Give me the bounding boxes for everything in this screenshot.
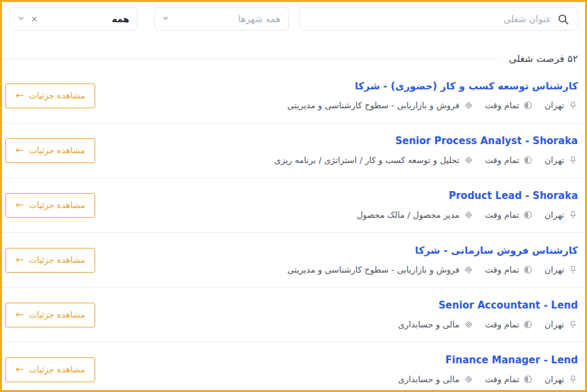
location-pin-icon — [568, 155, 578, 165]
job-location: تهران — [545, 209, 578, 221]
job-location: تهران — [545, 99, 578, 112]
category-diamond-icon — [464, 210, 474, 220]
view-details-label: مشاهده جزئیات — [29, 255, 85, 265]
job-category: مالی و حسابداری — [398, 318, 473, 331]
job-title-link[interactable]: Finance Manager - Lend — [106, 353, 578, 367]
job-location-label: تهران — [545, 209, 564, 221]
filter-bar: عنوان شغلی همه شهرها همه ✕ — [2, 2, 585, 31]
job-location-label: تهران — [545, 318, 564, 331]
category-select-value: همه — [112, 14, 129, 24]
job-location: تهران — [545, 154, 578, 166]
job-category-label: مدیر محصول / مالک محصول — [357, 209, 460, 221]
job-meta: تهران تمام وقت مدیر محصول / مالک محصول — [106, 209, 578, 221]
city-select-placeholder: همه شهرها — [238, 14, 280, 24]
category-diamond-icon — [464, 265, 474, 275]
job-meta: تهران تمام وقت مالی و حسابداری — [106, 373, 578, 385]
chevron-down-icon — [162, 17, 169, 21]
job-employment-type: تمام وقت — [485, 154, 534, 166]
job-title-link[interactable]: کارشناس توسعه کسب و کار (حضوری) - شرکا — [106, 79, 578, 93]
job-location-label: تهران — [545, 99, 564, 112]
job-location-label: تهران — [545, 154, 564, 166]
job-title-search-input[interactable]: عنوان شغلی — [299, 7, 578, 31]
city-select[interactable]: همه شهرها — [154, 7, 289, 31]
results-count: ۵۲ فرصت شغلی — [509, 53, 578, 65]
job-title-link[interactable]: Product Lead - Shoraka — [106, 188, 578, 203]
job-employment-type: تمام وقت — [485, 373, 534, 385]
left-arrow-icon: ← — [16, 145, 24, 155]
job-category: تحلیل و توسعه کسب و کار / استراتژی / برن… — [275, 154, 474, 166]
view-details-button[interactable]: مشاهده جزئیات ← — [5, 193, 95, 218]
category-select[interactable]: همه ✕ — [9, 7, 138, 31]
left-arrow-icon: ← — [16, 200, 24, 210]
job-employment-type: تمام وقت — [485, 318, 534, 331]
job-row: Finance Manager - Lend تهران تمام وقت — [2, 342, 585, 392]
search-placeholder: عنوان شغلی — [307, 14, 551, 24]
clock-icon — [523, 100, 533, 110]
view-details-button[interactable]: مشاهده جزئیات ← — [5, 83, 95, 108]
location-pin-icon — [568, 374, 578, 384]
job-meta: تهران تمام وقت مالی و حسابداری — [106, 318, 578, 331]
view-details-button[interactable]: مشاهده جزئیات ← — [5, 138, 95, 163]
category-diamond-icon — [464, 320, 474, 329]
job-category-label: تحلیل و توسعه کسب و کار / استراتژی / برن… — [275, 154, 460, 166]
clock-icon — [523, 210, 533, 220]
job-list: کارشناس توسعه کسب و کار (حضوری) - شرکا ت… — [2, 68, 585, 392]
location-pin-icon — [568, 210, 578, 220]
job-meta: تهران تمام وقت تحلیل و توسعه کسب و کار /… — [106, 154, 578, 166]
category-diamond-icon — [464, 374, 474, 384]
job-location: تهران — [545, 264, 578, 276]
view-details-label: مشاهده جزئیات — [29, 200, 85, 210]
job-row: Product Lead - Shoraka تهران تمام وقت — [2, 178, 585, 233]
results-header: ۵۲ فرصت شغلی — [2, 53, 585, 65]
job-employment-type: تمام وقت — [485, 209, 534, 221]
view-details-button[interactable]: مشاهده جزئیات ← — [5, 303, 95, 327]
clock-icon — [523, 265, 533, 275]
job-title-link[interactable]: Senior Accountant - Lend — [106, 298, 578, 312]
left-arrow-icon: ← — [16, 365, 24, 374]
job-employment-type: تمام وقت — [485, 264, 534, 276]
category-diamond-icon — [464, 100, 474, 110]
job-row: کارشناس توسعه کسب و کار (حضوری) - شرکا ت… — [2, 68, 585, 123]
left-arrow-icon: ← — [16, 91, 24, 100]
job-employment-type-label: تمام وقت — [485, 318, 520, 331]
header-divider — [2, 59, 500, 59]
job-category-label: مالی و حسابداری — [398, 318, 459, 331]
location-pin-icon — [568, 100, 578, 110]
job-category-label: فروش و بازاریابی - سطوح کارشناسی و مدیری… — [287, 99, 459, 112]
search-icon — [557, 13, 569, 25]
job-category-label: مالی و حسابداری — [398, 373, 459, 385]
job-category: مالی و حسابداری — [398, 373, 473, 385]
location-pin-icon — [568, 265, 578, 275]
job-title-link[interactable]: Senior Process Analyst - Shoraka — [106, 134, 578, 148]
job-row: Senior Accountant - Lend تهران تمام وقت — [2, 288, 585, 342]
job-location: تهران — [545, 318, 578, 331]
view-details-label: مشاهده جزئیات — [29, 365, 85, 374]
job-category: فروش و بازاریابی - سطوح کارشناسی و مدیری… — [287, 264, 473, 276]
job-row: کارشناس فروش سازمانی - شرکا تهران تمام و… — [2, 233, 585, 288]
job-row: Senior Process Analyst - Shoraka تهران ت… — [2, 123, 585, 178]
left-arrow-icon: ← — [16, 310, 24, 320]
job-employment-type-label: تمام وقت — [485, 154, 520, 166]
job-employment-type: تمام وقت — [485, 99, 534, 112]
chevron-down-icon — [18, 17, 24, 21]
view-details-label: مشاهده جزئیات — [29, 145, 85, 155]
job-category: مدیر محصول / مالک محصول — [357, 209, 474, 221]
category-diamond-icon — [464, 155, 474, 165]
job-employment-type-label: تمام وقت — [485, 99, 520, 112]
clock-icon — [523, 320, 533, 329]
job-meta: تهران تمام وقت فروش و بازاریابی - سطوح ک… — [106, 99, 578, 112]
view-details-label: مشاهده جزئیات — [29, 91, 85, 100]
job-meta: تهران تمام وقت فروش و بازاریابی - سطوح ک… — [106, 264, 578, 276]
job-title-link[interactable]: کارشناس فروش سازمانی - شرکا — [106, 243, 578, 258]
view-details-label: مشاهده جزئیات — [29, 310, 85, 320]
clear-selection-icon[interactable]: ✕ — [31, 15, 38, 23]
job-search-page: { "colors": { "gold": "#E9AC27", "cta_go… — [0, 0, 587, 392]
job-location-label: تهران — [545, 373, 564, 385]
view-details-button[interactable]: مشاهده جزئیات ← — [5, 357, 95, 382]
job-employment-type-label: تمام وقت — [485, 209, 520, 221]
job-location-label: تهران — [545, 264, 564, 276]
left-arrow-icon: ← — [16, 255, 24, 265]
job-category-label: فروش و بازاریابی - سطوح کارشناسی و مدیری… — [287, 264, 459, 276]
view-details-button[interactable]: مشاهده جزئیات ← — [5, 248, 95, 273]
clock-icon — [523, 155, 533, 165]
